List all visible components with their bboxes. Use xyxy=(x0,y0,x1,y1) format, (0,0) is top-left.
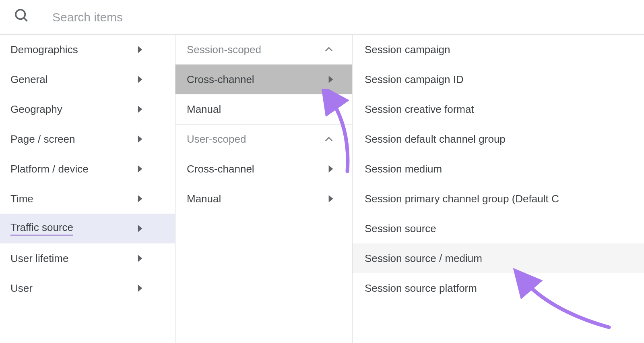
dimension-label: Session source xyxy=(365,222,436,235)
menu-demographics[interactable]: Demographics xyxy=(0,35,175,64)
chevron-right-icon xyxy=(136,76,144,83)
dimension-label: Session default channel group xyxy=(365,133,506,146)
submenu-label: Manual xyxy=(187,103,221,116)
menu-page-screen[interactable]: Page / screen xyxy=(0,124,175,154)
dimension-label: Session campaign ID xyxy=(365,73,464,86)
chevron-right-icon xyxy=(136,255,144,262)
dim-session-source[interactable]: Session source xyxy=(353,214,644,243)
dimension-label: Session campaign xyxy=(365,44,450,56)
menu-user[interactable]: User xyxy=(0,273,175,303)
menu-label: Page / screen xyxy=(10,133,75,146)
dim-session-campaign-id[interactable]: Session campaign ID xyxy=(353,64,644,94)
svg-line-1 xyxy=(24,18,27,21)
menu-label: Demographics xyxy=(10,44,78,56)
submenu-user-manual[interactable]: Manual xyxy=(175,184,352,214)
menu-label: User lifetime xyxy=(10,252,68,265)
submenu-label: Cross-channel xyxy=(187,163,254,175)
subcategory-column: Session-scopedCross-channelManualUser-sc… xyxy=(175,35,353,343)
category-column: DemographicsGeneralGeographyPage / scree… xyxy=(0,35,175,343)
chevron-right-icon xyxy=(136,165,144,173)
menu-traffic-source[interactable]: Traffic source xyxy=(0,214,175,243)
dimension-column: Session campaignSession campaign IDSessi… xyxy=(353,35,644,343)
menu-user-lifetime[interactable]: User lifetime xyxy=(0,243,175,273)
group-header[interactable]: User-scoped xyxy=(175,124,352,154)
menu-geography[interactable]: Geography xyxy=(0,94,175,124)
group-header-label: Session-scoped xyxy=(187,44,261,56)
dim-session-campaign[interactable]: Session campaign xyxy=(353,35,644,64)
submenu-session-manual[interactable]: Manual xyxy=(175,94,352,124)
chevron-right-icon xyxy=(327,76,334,83)
dimension-label: Session creative format xyxy=(365,103,474,116)
chevron-right-icon xyxy=(327,106,334,113)
submenu-session-cross-channel[interactable]: Cross-channel xyxy=(175,64,352,94)
dimension-label: Session source platform xyxy=(365,282,477,295)
dim-session-primary-channel-group[interactable]: Session primary channel group (Default C xyxy=(353,184,644,214)
svg-point-0 xyxy=(16,10,25,19)
menu-label: Traffic source xyxy=(10,221,73,236)
dimension-label: Session source / medium xyxy=(365,252,482,265)
search-bar xyxy=(0,0,644,35)
group-header-label: User-scoped xyxy=(187,133,246,146)
chevron-right-icon xyxy=(136,285,144,292)
chevron-right-icon xyxy=(136,225,144,232)
menu-platform-device[interactable]: Platform / device xyxy=(0,154,175,184)
submenu-label: Cross-channel xyxy=(187,73,254,86)
menu-general[interactable]: General xyxy=(0,64,175,94)
menu-label: Time xyxy=(10,193,33,205)
search-input[interactable] xyxy=(52,10,213,24)
chevron-right-icon xyxy=(136,135,144,143)
chevron-up-icon xyxy=(323,44,334,55)
search-icon xyxy=(14,8,30,27)
menu-label: General xyxy=(10,73,48,86)
chevron-right-icon xyxy=(327,195,334,202)
dim-session-default-channel-group[interactable]: Session default channel group xyxy=(353,124,644,154)
dimension-label: Session primary channel group (Default C xyxy=(365,193,559,205)
chevron-right-icon xyxy=(136,46,144,53)
dimension-browser: DemographicsGeneralGeographyPage / scree… xyxy=(0,35,644,343)
group-header[interactable]: Session-scoped xyxy=(175,35,352,64)
dim-session-source-platform[interactable]: Session source platform xyxy=(353,273,644,303)
dim-session-source-medium[interactable]: Session source / medium xyxy=(353,243,644,273)
chevron-right-icon xyxy=(136,106,144,113)
dim-session-creative-format[interactable]: Session creative format xyxy=(353,94,644,124)
submenu-label: Manual xyxy=(187,193,221,205)
chevron-right-icon xyxy=(136,195,144,202)
dimension-label: Session medium xyxy=(365,163,442,175)
menu-label: User xyxy=(10,282,33,295)
chevron-right-icon xyxy=(327,165,334,173)
menu-label: Geography xyxy=(10,103,62,116)
menu-label: Platform / device xyxy=(10,163,89,175)
submenu-user-cross-channel[interactable]: Cross-channel xyxy=(175,154,352,184)
dim-session-medium[interactable]: Session medium xyxy=(353,154,644,184)
menu-time[interactable]: Time xyxy=(0,184,175,214)
chevron-up-icon xyxy=(323,134,334,145)
